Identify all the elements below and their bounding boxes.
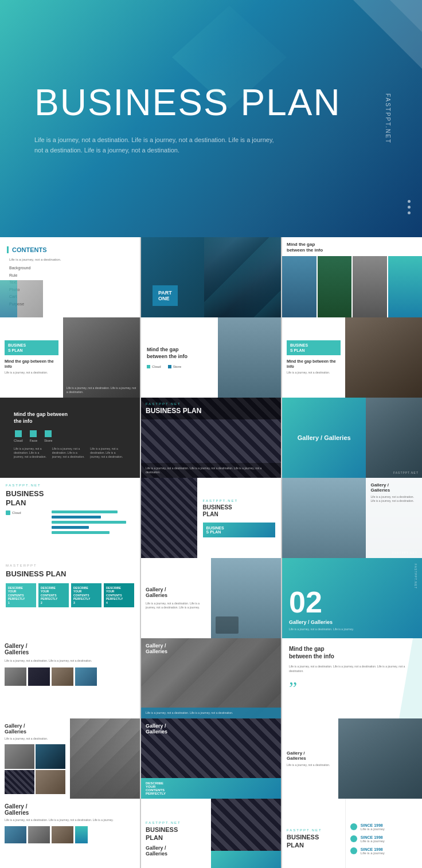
- slides-grid-row8: Gallery /Galleries Life is a journey, no…: [0, 799, 422, 868]
- gallery-teal-bg: Gallery / Galleries: [282, 398, 366, 478]
- slide-bp-describe: MASTERPPT BUSINESS PLAN DESCRIBEYOURCONT…: [0, 558, 140, 638]
- gallery-rc-title: Gallery /Galleries: [287, 751, 334, 761]
- sg-cell-4: [36, 770, 65, 795]
- slide-gallery-big-num: FASTPPT.NET 02 Gallery / Galleries Life …: [282, 558, 422, 638]
- arch-brand: FASTPPT.NET: [146, 402, 276, 406]
- slide-mind-gap-strips-inner: Mind the gapbetween the info: [282, 237, 422, 317]
- slide-bp-arch: FASTPPT.NET BUSINESS PLAN Life is a jour…: [141, 398, 281, 478]
- sg-cell-3: [5, 770, 34, 795]
- slide-mind-gap-quote: Mind the gapbetween the info Life is a j…: [282, 638, 422, 718]
- bp-subtext: Life is a journey, not a destination.: [5, 371, 58, 375]
- elephant-r-texture: [70, 718, 140, 799]
- rocky-photo: [345, 317, 422, 398]
- gallery-split-inner: FASTPPT.NET BUSINESSPLAN BUSINESS PLAN: [141, 478, 281, 558]
- hero-brand: FASTPPT.NET: [384, 93, 390, 144]
- chart-cloud-icon: [6, 510, 10, 515]
- store-icon-label: Store: [44, 439, 52, 442]
- rocky-overlay: [345, 317, 422, 398]
- bp-chart-inner: FASTPPT.NET BUSINESSPLAN Cloud: [0, 478, 140, 558]
- gallery-text-title: Gallery /Galleries: [146, 587, 206, 598]
- slide-gallery-bottom-1: Gallery /Galleries Life is a journey, no…: [0, 799, 140, 868]
- business-tag: BUSINESS PLAN: [5, 340, 58, 355]
- mind-gap-quote-text: Life is a journey, not a destination. Li…: [289, 665, 415, 673]
- since-text-1: SINCE 1998 Life is a journey: [361, 823, 385, 831]
- bar-1: [52, 510, 118, 513]
- slide-bp-rocky-inner: BUSINESS PLAN Mind the gap between the i…: [282, 317, 422, 398]
- strip-4: [388, 256, 423, 317]
- dark-icon-cloud: Cloud: [14, 430, 23, 442]
- gallery-b1-title: Gallery /Galleries: [5, 803, 135, 816]
- cloud-icon-box: [147, 365, 150, 368]
- describe-box-2: DESCRIBEYOURCONTENTSPERFECTLY2: [38, 583, 69, 608]
- since-item-3: SINCE 1998 Life is a journey: [350, 847, 417, 855]
- gallery-zebra-inner: Gallery /Galleries DESCRIBEYOURCONTENTSP…: [141, 718, 281, 799]
- dark-icon-row: Cloud Face Store: [14, 430, 126, 442]
- since-dot-3: [350, 847, 357, 854]
- thumb-3: [52, 667, 73, 686]
- gallery-photo-overlay: [366, 398, 422, 478]
- mind-office-text: Mind the gapbetween the info Cloud Store: [141, 317, 218, 398]
- bp-rocky-subtext: Life is a journey, not a destination.: [287, 371, 341, 375]
- slide-mind-office-inner: Mind the gapbetween the info Cloud Store: [141, 317, 281, 398]
- elephant-bottom: Life is a journey, not a destination. Li…: [141, 708, 281, 718]
- since-item-2: SINCE 1998 Life is a journey: [350, 835, 417, 843]
- gallery-photos-text: Life is a journey, not a destination. Li…: [5, 659, 135, 663]
- slide-gallery-elephant: Gallery /Galleries Life is a journey, no…: [141, 638, 281, 718]
- gallery-small-body: Life is a journey, not a destination.: [5, 737, 65, 741]
- gallery-text-inner: Gallery /Galleries Life is a journey, no…: [141, 558, 281, 638]
- bar-2: [52, 516, 101, 519]
- since-item-1: SINCE 1998 Life is a journey: [350, 823, 417, 831]
- since-items: SINCE 1998 Life is a journey SINCE 1998 …: [345, 799, 422, 868]
- mind-gap-quote-heading: Mind the gapbetween the info: [289, 645, 415, 660]
- contents-teal-bar: [0, 280, 17, 317]
- part-photo-texture: [204, 237, 281, 317]
- mind-gap-text-area: Mind the gapbetween the info: [282, 237, 422, 256]
- cloud-text: Cloud: [152, 365, 161, 368]
- zebra-text: Gallery /Galleries: [146, 723, 167, 735]
- bar-chart: [52, 510, 134, 534]
- since-bp-title: BUSINESSPLAN: [287, 834, 341, 849]
- office-photo: [218, 317, 281, 398]
- mind-gap-quote-inner: Mind the gapbetween the info Life is a j…: [282, 638, 422, 718]
- gallery-teal-title: Gallery / Galleries: [298, 434, 351, 441]
- chart-brand: FASTPPT.NET: [6, 484, 134, 487]
- gallery-arch-title: BUSINESSPLAN: [203, 504, 275, 518]
- elephant-bottom-text: Life is a journey, not a destination. Li…: [146, 711, 276, 715]
- mind-office-labels: Cloud Store: [147, 365, 212, 368]
- gallery-bp-title: BUSINESSPLAN: [146, 826, 206, 841]
- conf-brand: FASTPPT.NET: [392, 551, 417, 555]
- slide-dark-icons: Mind the gap betweenthe info Cloud Face …: [0, 398, 140, 478]
- slide-gallery-split-arch: FASTPPT.NET BUSINESSPLAN BUSINESS PLAN: [141, 478, 281, 558]
- since-desc-3: Life is a journey: [361, 851, 385, 855]
- slide-gallery-since: FASTPPT.NET BUSINESSPLAN SINCE 1998 Life…: [282, 799, 422, 868]
- gallery-arch-left: [141, 478, 197, 558]
- arch-title: BUSINESS PLAN: [146, 407, 276, 415]
- gallery-elephant-inner: Gallery /Galleries Life is a journey, no…: [141, 638, 281, 718]
- since-dot-2: [350, 835, 357, 842]
- gallery-since-bp-text: FASTPPT.NET BUSINESSPLAN: [282, 799, 345, 868]
- chart-area: Cloud: [6, 510, 134, 534]
- cloud-label: Cloud: [147, 365, 161, 368]
- slide-gallery-conf: Gallery /Galleries Life is a journey, no…: [282, 478, 422, 558]
- face-icon-label: Face: [30, 439, 37, 442]
- slide-gallery-right-conf: Gallery /Galleries Life is a journey, no…: [282, 718, 422, 799]
- persons-shape: [216, 616, 239, 634]
- contents-item: Background: [9, 265, 133, 272]
- bp-heading: Mind the gap between the info: [5, 359, 58, 369]
- thumb-2: [28, 667, 50, 686]
- gallery-small-grid-inner: Gallery /Galleries Life is a journey, no…: [0, 718, 140, 799]
- gallery-arch-bottom-teal: [211, 851, 281, 868]
- gallery-bp-split-inner: FASTPPT.NET BUSINESSPLAN Gallery /Galler…: [141, 799, 281, 868]
- cloud-box-icon: [15, 430, 22, 437]
- b1-thumb-3: [52, 826, 73, 843]
- small-photo-grid: [5, 744, 65, 794]
- since-label-3: SINCE 1998: [361, 847, 385, 851]
- mind-gap-heading: Mind the gapbetween the info: [287, 242, 417, 254]
- bp-rocky-text: BUSINESS PLAN Mind the gap between the i…: [282, 317, 345, 398]
- gallery-photos-title: Gallery /Galleries: [5, 643, 135, 655]
- arch-bottom-overlay: Life is a journey, not a destination. Li…: [141, 463, 281, 478]
- chart-left: Cloud: [6, 510, 47, 517]
- gallery-arch-brand: FASTPPT.NET: [203, 499, 275, 502]
- hero-dot-2: [408, 206, 411, 209]
- business-tag-2: BUSINESS PLAN: [287, 340, 341, 355]
